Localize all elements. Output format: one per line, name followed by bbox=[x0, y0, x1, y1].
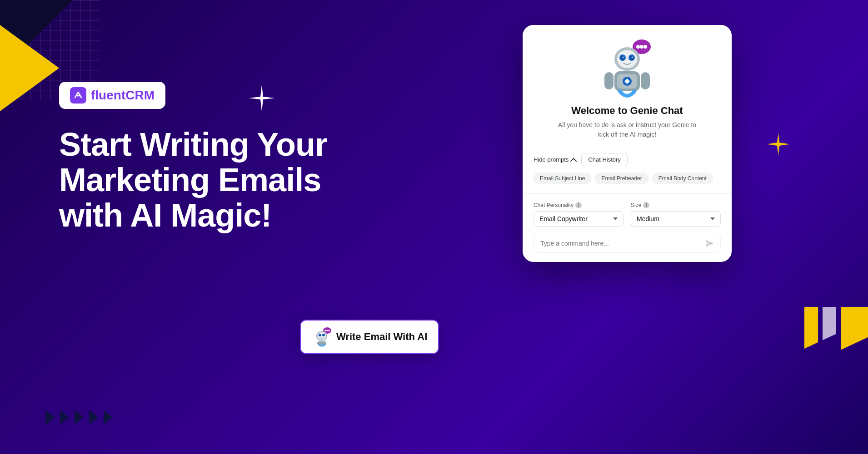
size-info-icon[interactable]: i bbox=[643, 202, 649, 208]
chat-input-area bbox=[534, 234, 721, 253]
headline-line1: Start Writing Your bbox=[59, 126, 327, 163]
svg-rect-1 bbox=[804, 307, 818, 349]
write-email-button[interactable]: Write Email With AI bbox=[300, 320, 439, 354]
svg-rect-2 bbox=[823, 307, 836, 340]
svg-point-29 bbox=[319, 334, 321, 336]
svg-rect-31 bbox=[317, 341, 326, 345]
svg-rect-19 bbox=[604, 72, 614, 89]
personality-label: Chat Personality i bbox=[534, 202, 624, 208]
robot-welcome-area: Welcome to Genie Chat All you have to do… bbox=[523, 25, 732, 153]
size-setting: Size i Small Medium Large bbox=[631, 202, 721, 227]
personality-select[interactable]: Email Copywriter Sales Expert Content Wr… bbox=[534, 211, 624, 227]
send-icon bbox=[705, 239, 714, 248]
yellow-triangle-left bbox=[0, 25, 59, 111]
svg-point-24 bbox=[328, 330, 330, 331]
personality-setting: Chat Personality i Email Copywriter Sale… bbox=[534, 202, 624, 227]
svg-point-6 bbox=[640, 45, 644, 49]
welcome-title: Welcome to Genie Chat bbox=[571, 105, 683, 117]
chat-history-button[interactable]: Chat History bbox=[581, 153, 628, 166]
size-label: Size i bbox=[631, 202, 721, 208]
logo-box: fluentCRM bbox=[59, 82, 165, 109]
logo-text: fluentCRM bbox=[91, 88, 155, 103]
svg-point-23 bbox=[326, 330, 328, 331]
chat-input[interactable] bbox=[540, 240, 701, 247]
svg-point-30 bbox=[323, 334, 324, 336]
svg-point-22 bbox=[324, 330, 326, 331]
personality-info-icon[interactable]: i bbox=[575, 202, 582, 208]
write-email-button-label: Write Email With AI bbox=[336, 331, 427, 343]
svg-point-15 bbox=[632, 57, 633, 58]
size-select[interactable]: Small Medium Large bbox=[631, 211, 721, 227]
hide-prompts-label: Hide prompts bbox=[534, 156, 569, 163]
left-content: fluentCRM Start Writing Your Marketing E… bbox=[59, 82, 327, 233]
headline-line2: Marketing Emails bbox=[59, 162, 321, 198]
chip-email-body-content[interactable]: Email Body Content bbox=[652, 173, 713, 184]
svg-point-14 bbox=[623, 57, 624, 58]
svg-point-7 bbox=[644, 45, 647, 49]
chat-panel: Welcome to Genie Chat All you have to do… bbox=[523, 25, 732, 262]
robot-avatar bbox=[600, 39, 654, 98]
headline: Start Writing Your Marketing Emails with… bbox=[59, 127, 327, 233]
logo-crm: CRM bbox=[125, 88, 155, 102]
chip-email-preheader[interactable]: Email Preheader bbox=[595, 173, 648, 184]
section-divider bbox=[523, 193, 732, 194]
write-email-btn-container: Write Email With AI bbox=[300, 320, 439, 354]
chip-email-subject-line[interactable]: Email Subject Line bbox=[534, 173, 591, 184]
logo-icon bbox=[70, 87, 86, 104]
write-email-robot-icon bbox=[312, 327, 332, 347]
welcome-subtitle: All you have to do is ask or instruct yo… bbox=[554, 120, 700, 139]
right-geometric-decoration bbox=[777, 307, 868, 436]
svg-rect-20 bbox=[641, 72, 650, 89]
svg-point-5 bbox=[636, 45, 640, 49]
headline-line3: with AI Magic! bbox=[59, 197, 271, 233]
hide-prompts-button[interactable]: Hide prompts bbox=[534, 156, 577, 163]
logo-brand: fluent bbox=[91, 88, 125, 102]
chevron-up-icon bbox=[570, 158, 577, 162]
star-yellow-decoration bbox=[766, 132, 791, 158]
svg-rect-3 bbox=[841, 307, 868, 350]
settings-row: Chat Personality i Email Copywriter Sale… bbox=[523, 202, 732, 227]
send-button[interactable] bbox=[705, 239, 714, 248]
chips-row: Email Subject Line Email Preheader Email… bbox=[523, 173, 732, 184]
prompts-row: Hide prompts Chat History bbox=[523, 153, 732, 166]
decorative-arrows bbox=[45, 410, 113, 424]
